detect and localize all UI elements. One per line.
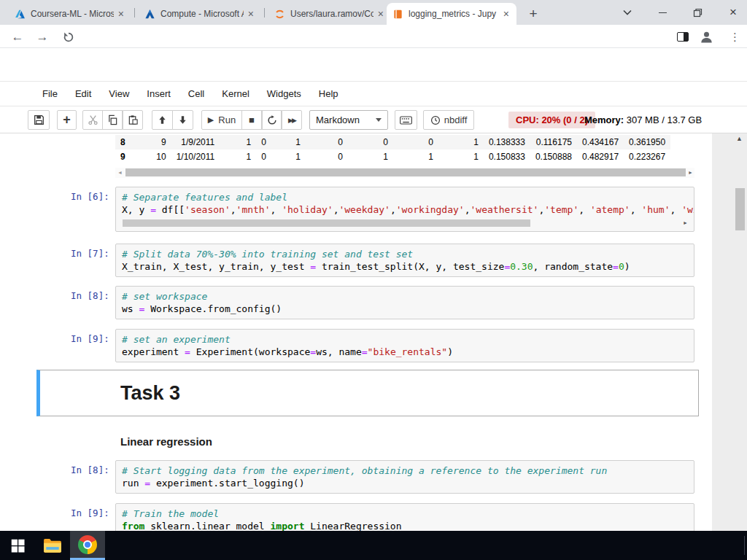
azure-icon [15, 9, 26, 20]
code-line: X, y = df[['season','mnth', 'holiday','w… [122, 203, 688, 216]
code-area: # set an experimentexperiment = Experime… [122, 333, 688, 358]
forward-icon[interactable]: → [34, 28, 51, 46]
jupyter-header: jupyter logging_metrics Last Checkpoint:… [0, 48, 747, 82]
code-cell-6[interactable]: In [6]: # Separate features and labelX, … [71, 187, 694, 232]
code-input-area[interactable]: # set an experimentexperiment = Experime… [115, 329, 694, 362]
code-line: ws = Workspace.from_config() [122, 303, 688, 315]
table-cell: 0.434167 [577, 135, 624, 149]
browser-tab-coursera[interactable]: Coursera-ML - Microso × [9, 3, 131, 25]
scroll-left-icon[interactable]: ◄ [117, 170, 123, 175]
restart-kernel-button[interactable] [262, 110, 282, 130]
restart-run-all-button[interactable]: ▶▶ [282, 110, 302, 130]
scroll-right-icon[interactable]: ► [688, 170, 693, 175]
menu-help[interactable]: Help [310, 88, 347, 99]
browser-tab-jupyter-tree[interactable]: Users/laura.ramov/Cou × [268, 3, 391, 25]
cell-prompt: In [9]: [71, 329, 115, 362]
code-input-area[interactable]: # Separate features and labelX, y = df[[… [115, 187, 694, 232]
code-cell-start-logging[interactable]: In [8]: # Start logging data from the ex… [71, 460, 694, 494]
tab-close-icon[interactable]: × [376, 8, 385, 20]
code-cell-9[interactable]: In [9]: # set an experimentexperiment = … [71, 329, 694, 362]
table-cell: 0 [306, 135, 348, 149]
window-close-button[interactable]: × [722, 0, 744, 25]
scrollbar-thumb[interactable] [123, 219, 530, 227]
menu-view[interactable]: View [100, 88, 138, 99]
menu-kernel[interactable]: Kernel [213, 88, 258, 99]
menu-widgets[interactable]: Widgets [258, 88, 310, 99]
cell-horizontal-scrollbar[interactable]: ◄ ► [122, 219, 688, 228]
back-icon[interactable]: ← [9, 28, 26, 46]
windows-logo-icon [10, 538, 26, 553]
tab-search-chevron-icon[interactable] [616, 0, 638, 25]
tab-title: Users/laura.ramov/Cou [290, 9, 374, 19]
tab-close-icon[interactable]: × [502, 8, 511, 20]
code-line: X_train, X_test, y_train, y_test = train… [122, 260, 688, 273]
table-cell: 0 [256, 135, 271, 149]
show-desktop-divider[interactable] [744, 536, 745, 555]
profile-avatar-icon[interactable] [699, 29, 714, 44]
browser-menu-dots-icon[interactable]: ⋮ [729, 31, 740, 44]
run-icon: ▶ [208, 115, 214, 125]
code-input-area[interactable]: # Train the modelfrom sklearn.linear_mod… [115, 503, 694, 531]
code-input-area[interactable]: # set workspacews = Workspace.from_confi… [115, 286, 694, 319]
cell-type-value: Markdown [316, 114, 376, 125]
tab-close-icon[interactable]: × [117, 8, 125, 20]
command-palette-button[interactable] [395, 110, 417, 130]
cell-prompt: In [8]: [71, 460, 115, 494]
menu-edit[interactable]: Edit [66, 88, 100, 99]
code-cell-7[interactable]: In [7]: # Split data 70%-30% into traini… [71, 244, 694, 277]
code-input-area[interactable]: # Split data 70%-30% into training set a… [115, 244, 694, 277]
code-line: # set workspace [122, 290, 688, 303]
copy-cell-button[interactable] [102, 110, 123, 130]
browser-tab-compute[interactable]: Compute - Microsoft A × [139, 3, 261, 25]
cell-prompt: In [9]: [71, 503, 115, 531]
output-horizontal-scrollbar[interactable]: ◄ ► [115, 168, 694, 178]
side-panel-icon[interactable] [677, 32, 689, 42]
code-cell-train-model[interactable]: In [9]: # Train the modelfrom sklearn.li… [71, 503, 694, 531]
row-index: 9 [115, 149, 131, 164]
selected-markdown-cell[interactable]: Task 3 [36, 370, 699, 416]
vertical-scrollbar[interactable]: ▲ [712, 133, 747, 531]
move-cell-down-button[interactable] [172, 110, 193, 130]
jupyter-menubar: File Edit View Insert Cell Kernel Widget… [0, 82, 747, 106]
menu-insert[interactable]: Insert [138, 88, 179, 99]
table-cell: 0 [393, 135, 438, 149]
code-cell-8[interactable]: In [8]: # set workspacews = Workspace.fr… [71, 286, 694, 319]
table-cell: 9 [131, 135, 171, 149]
cell-type-dropdown[interactable]: Markdown [309, 110, 388, 130]
run-cell-button[interactable]: ▶Run [201, 110, 242, 130]
table-cell: 0 [256, 149, 271, 164]
scrollbar-thumb[interactable] [125, 168, 686, 176]
table-cell: 0.150833 [484, 149, 530, 164]
interrupt-kernel-button[interactable]: ■ [241, 110, 262, 130]
linear-regression-heading: Linear regression [120, 435, 712, 448]
menu-cell[interactable]: Cell [179, 88, 213, 99]
add-cell-button[interactable]: + [57, 110, 77, 130]
menu-file[interactable]: File [34, 88, 66, 99]
cut-cell-button[interactable] [82, 110, 103, 130]
browser-tab-strip: Coursera-ML - Microso × Compute - Micros… [0, 0, 747, 25]
file-explorer-button[interactable] [35, 531, 70, 560]
scroll-right-icon[interactable]: ► [683, 220, 688, 225]
start-button[interactable] [0, 531, 35, 560]
code-input-area[interactable]: # Start logging data from the experiment… [115, 460, 694, 494]
save-icon [34, 114, 44, 125]
scroll-up-icon[interactable]: ▲ [736, 135, 743, 142]
table-cell: 1 [220, 149, 256, 164]
jupyter-toolbar: + ▶Run ■ ▶▶ Markdown [0, 106, 747, 133]
browser-tab-notebook-active[interactable]: logging_metrics - Jupy × [387, 3, 516, 25]
notebook-scroll-area[interactable]: 891/9/201110100010.1383330.1161750.43416… [0, 133, 712, 531]
nbdiff-button[interactable]: nbdiff [423, 110, 474, 130]
chrome-taskbar-button[interactable] [70, 531, 105, 560]
scrollbar-thumb[interactable] [735, 188, 745, 230]
code-area: # Train the modelfrom sklearn.linear_mod… [122, 508, 688, 531]
window-restore-button[interactable] [686, 0, 708, 25]
table-cell: 1 [271, 135, 306, 149]
arrow-up-icon [158, 115, 167, 125]
window-minimize-button[interactable] [651, 0, 673, 25]
tab-close-icon[interactable]: × [247, 8, 255, 20]
new-tab-button[interactable]: + [524, 4, 543, 23]
save-button[interactable] [28, 110, 50, 130]
paste-cell-button[interactable] [123, 110, 143, 130]
move-cell-up-button[interactable] [152, 110, 173, 130]
reload-icon[interactable] [60, 28, 77, 46]
